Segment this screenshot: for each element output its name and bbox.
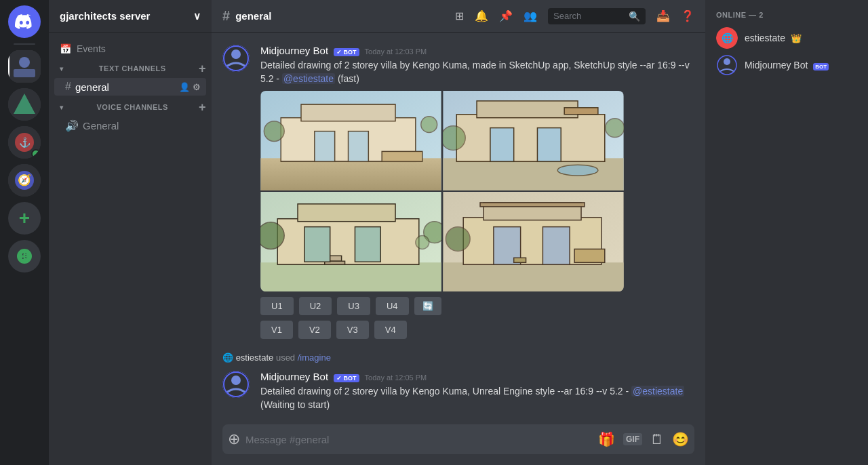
- channel-name-header: general: [235, 10, 271, 22]
- avatar-midjourney-2: [222, 371, 250, 398]
- hashtag-icon[interactable]: ⊞: [455, 9, 464, 22]
- image-cell-4[interactable]: [443, 192, 624, 291]
- u3-button[interactable]: U3: [337, 297, 370, 315]
- gif-button[interactable]: GIF: [623, 433, 642, 445]
- channel-title: # general: [222, 8, 271, 24]
- v1-button[interactable]: V1: [260, 321, 293, 339]
- server-icon-3[interactable]: ⚓: [8, 126, 41, 159]
- svg-rect-24: [382, 152, 422, 162]
- main-content: # general ⊞ 🔔 📌 👥 🔍 📥 ❓: [212, 0, 705, 465]
- speed-label-1: (fast): [338, 73, 359, 84]
- chat-header: # general ⊞ 🔔 📌 👥 🔍 📥 ❓: [212, 0, 705, 33]
- add-server-button[interactable]: +: [8, 202, 41, 235]
- hash-icon: #: [65, 81, 71, 93]
- message-group-1: Midjourney Bot ✓ BOT Today at 12:03 PM D…: [212, 43, 705, 340]
- bot-badge-1: ✓ BOT: [334, 48, 359, 56]
- channel-item-general[interactable]: # general 👤 ⚙: [54, 78, 206, 96]
- refresh-button[interactable]: 🔄: [414, 297, 441, 315]
- add-content-button[interactable]: ⊕: [228, 430, 240, 448]
- voice-channels-header[interactable]: ▾ VOICE CHANNELS +: [49, 98, 212, 116]
- server-list: ⚓ 🧭 + ⊕: [0, 0, 49, 465]
- avatar-estiestate: 🌐: [716, 27, 738, 49]
- message-text-2: Detailed drawing of 2 storey villa by Ke…: [260, 385, 694, 411]
- calendar-icon: 📅: [60, 43, 71, 54]
- svg-point-1: [19, 57, 30, 68]
- svg-rect-44: [355, 227, 380, 262]
- svg-point-35: [443, 126, 465, 150]
- help-icon[interactable]: ❓: [681, 9, 694, 22]
- u2-button[interactable]: U2: [299, 297, 332, 315]
- add-voice-channel-button[interactable]: +: [199, 101, 206, 113]
- image-cell-3[interactable]: [260, 192, 441, 291]
- section-toggle-icon2: ▾: [60, 104, 64, 111]
- svg-text:🧭: 🧭: [18, 174, 31, 186]
- speaker-icon: 🔊: [65, 119, 79, 132]
- svg-point-36: [606, 119, 624, 138]
- svg-rect-38: [260, 262, 441, 291]
- u1-button[interactable]: U1: [260, 297, 294, 315]
- server-icon-gjarchitects[interactable]: [8, 50, 41, 83]
- v2-button[interactable]: V2: [298, 321, 331, 339]
- arch-image-1: [260, 91, 441, 190]
- chevron-down-icon: ∨: [193, 10, 201, 22]
- server-icon-2[interactable]: [8, 88, 41, 121]
- hash-icon-header: #: [222, 8, 230, 24]
- crown-icon: 👑: [791, 33, 802, 43]
- members-sidebar: ONLINE — 2 🌐 estiestate 👑 Midjourney Bot: [705, 0, 868, 465]
- bell-icon[interactable]: 🔔: [475, 9, 488, 22]
- channel-name: general: [75, 81, 175, 93]
- svg-rect-31: [490, 128, 514, 162]
- search-bar[interactable]: 🔍: [548, 8, 646, 24]
- voice-channels-label: VOICE CHANNELS: [97, 103, 168, 111]
- message-group-2: Midjourney Bot ✓ BOT Today at 12:05 PM D…: [212, 369, 705, 413]
- v3-button[interactable]: V3: [336, 321, 369, 339]
- message-input[interactable]: [245, 434, 593, 445]
- sticker-icon[interactable]: 🗒: [650, 432, 664, 447]
- command-user: estiestate: [236, 352, 274, 363]
- server-icon-4[interactable]: 🧭: [8, 164, 41, 197]
- gift-icon[interactable]: 🎁: [598, 431, 615, 447]
- message-author-2: Midjourney Bot: [260, 371, 328, 382]
- events-label: Events: [77, 43, 106, 54]
- voice-channel-name: General: [83, 120, 119, 132]
- image-cell-2[interactable]: [443, 91, 624, 190]
- server-divider: [14, 43, 35, 45]
- members-icon[interactable]: 👥: [524, 9, 537, 22]
- events-item[interactable]: 📅 Events: [49, 38, 212, 60]
- svg-rect-43: [304, 227, 330, 262]
- discord-home-button[interactable]: [8, 5, 41, 38]
- chat-input: ⊕ 🎁 GIF 🗒 😊: [222, 424, 694, 454]
- discover-servers-button[interactable]: ⊕: [8, 240, 41, 272]
- input-actions: 🎁 GIF 🗒 😊: [598, 431, 689, 447]
- svg-rect-55: [574, 249, 605, 263]
- pin-icon[interactable]: 📌: [499, 9, 513, 22]
- search-input[interactable]: [553, 11, 625, 21]
- speed-label-2: (Waiting to start): [260, 399, 330, 410]
- svg-point-33: [557, 165, 598, 176]
- inbox-icon[interactable]: 📥: [656, 9, 670, 22]
- voice-channel-general[interactable]: 🔊 General: [54, 117, 206, 135]
- user-settings-icon[interactable]: 👤: [179, 82, 190, 92]
- text-channels-label: TEXT CHANNELS: [99, 64, 166, 73]
- emoji-icon[interactable]: 😊: [672, 431, 689, 447]
- u4-button[interactable]: U4: [376, 297, 409, 315]
- svg-rect-22: [349, 132, 369, 162]
- v4-button[interactable]: V4: [374, 321, 407, 339]
- svg-point-47: [416, 236, 429, 249]
- text-channels-header[interactable]: ▾ TEXT CHANNELS +: [49, 60, 212, 77]
- gear-icon[interactable]: ⚙: [193, 82, 201, 92]
- svg-text:⊕: ⊕: [22, 252, 28, 260]
- member-item-estiestate[interactable]: 🌐 estiestate 👑: [711, 24, 863, 52]
- bot-badge-2: ✓ BOT: [334, 374, 359, 382]
- header-actions: ⊞ 🔔 📌 👥 🔍 📥 ❓: [455, 8, 694, 24]
- image-grid-1[interactable]: [260, 91, 624, 291]
- add-text-channel-button[interactable]: +: [199, 62, 206, 75]
- svg-rect-30: [477, 101, 578, 118]
- image-cell-1[interactable]: [260, 91, 441, 190]
- chat-messages: Midjourney Bot ✓ BOT Today at 12:03 PM D…: [212, 33, 705, 424]
- member-item-midjourney[interactable]: Midjourney Bot BOT: [711, 52, 863, 79]
- svg-rect-21: [315, 132, 335, 162]
- message-header-2: Midjourney Bot ✓ BOT Today at 12:05 PM: [260, 371, 694, 382]
- arch-image-4: [443, 192, 624, 291]
- server-header[interactable]: gjarchitects server ∨: [49, 0, 212, 33]
